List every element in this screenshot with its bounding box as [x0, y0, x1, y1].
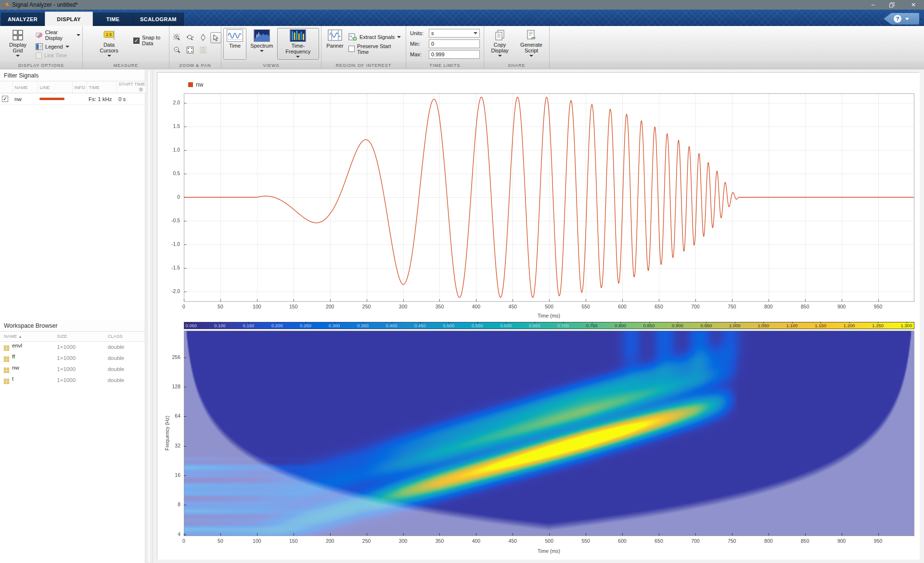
zoom-x-button[interactable]	[184, 32, 195, 43]
ws-col-class[interactable]: CLASS	[104, 332, 145, 341]
legend-button[interactable]: Legend	[36, 43, 80, 50]
units-select[interactable]: s	[429, 29, 480, 38]
signal-analyzer-window: Signal Analyzer - untitled* – ✕ ANALYZER…	[0, 0, 924, 563]
ws-col-size[interactable]: SIZE	[53, 332, 103, 341]
toolbar-group-labels: DISPLAY OPTIONS MEASURE ZOOM & PAN VIEWS…	[0, 62, 924, 69]
workspace-variable-row[interactable]: envl1×1000double	[0, 341, 145, 352]
zoom-x-icon	[186, 34, 194, 41]
preserve-start-time-checkbox-box[interactable]	[348, 46, 355, 52]
time-view-button[interactable]: Time	[223, 28, 246, 60]
sort-ascending-icon: ▲	[18, 335, 22, 338]
signal-line-swatch[interactable]	[39, 98, 64, 100]
time-plot-canvas[interactable]	[157, 73, 920, 319]
group-region-of-interest: Panner Extract Signals Preserve Start Ti…	[321, 26, 406, 62]
data-cursors-label: Data Cursors	[96, 42, 122, 53]
display-grid-button[interactable]: Display Grid	[2, 28, 34, 60]
preserve-start-time-checkbox[interactable]: Preserve Start Time	[348, 43, 404, 55]
gear-icon[interactable]: ⚙	[139, 87, 143, 93]
tab-time[interactable]: TIME	[93, 13, 133, 26]
variable-size: 1×1000	[53, 352, 103, 363]
data-cursors-icon: 2.5	[103, 29, 116, 41]
tab-analyzer[interactable]: ANALYZER	[1, 13, 45, 26]
workspace-variable-row[interactable]: t1×1000double	[0, 374, 145, 385]
units-label: Units:	[410, 30, 426, 36]
fs-col-start-time[interactable]: START TIME⚙	[116, 81, 145, 93]
workspace-variable-row[interactable]: nw1×1000double	[0, 363, 145, 374]
pointer-tool-button[interactable]	[210, 32, 221, 43]
variable-icon	[4, 379, 9, 384]
zoom-out-button[interactable]	[171, 45, 182, 56]
clear-display-icon	[36, 32, 43, 38]
data-cursors-caret-icon	[107, 55, 111, 57]
fs-col-line[interactable]: LINE	[38, 81, 72, 93]
panner-button[interactable]: Panner	[323, 28, 346, 60]
extract-signals-button[interactable]: Extract Signals	[348, 33, 404, 41]
group-views: Time Spectrum	[221, 26, 321, 62]
fs-col-time[interactable]: TIME	[87, 81, 116, 93]
link-time-checkbox-box	[36, 52, 42, 59]
signal-visible-checkbox[interactable]: ✓	[2, 96, 8, 102]
group-display-options: Display Grid Clear Display	[0, 26, 83, 62]
zoom-in-button[interactable]	[171, 32, 182, 43]
generate-script-caret-icon	[529, 55, 533, 57]
display-grid-label: Display Grid	[4, 42, 31, 53]
help-icon: ?	[894, 15, 901, 23]
group-zoom-pan	[169, 26, 221, 62]
fit-to-view-icon	[186, 46, 194, 54]
time-frequency-caret-icon	[296, 56, 300, 58]
max-input[interactable]: 0.999	[429, 50, 480, 59]
copy-display-button[interactable]: Copy Display	[486, 28, 513, 60]
extract-signals-icon	[348, 33, 357, 41]
min-input[interactable]: 0	[429, 39, 480, 48]
fs-col-info[interactable]: INFO	[72, 81, 87, 93]
fs-col-name[interactable]: NAME	[13, 81, 38, 93]
preserve-start-time-label: Preserve Start Time	[357, 43, 404, 55]
legend-label: Legend	[45, 44, 63, 50]
spectrum-view-button[interactable]: Spectrum	[248, 28, 275, 60]
clear-display-button[interactable]: Clear Display	[36, 29, 80, 41]
variable-class: double	[104, 352, 145, 363]
snap-to-data-checkbox[interactable]: ✓ Snap to Data	[133, 35, 167, 46]
fit-to-view-button[interactable]	[184, 45, 195, 56]
signal-time: Fs: 1 kHz	[87, 93, 116, 105]
variable-icon	[4, 357, 9, 362]
group-label-display-options: DISPLAY OPTIONS	[0, 62, 83, 69]
spectrum-caret-icon	[260, 50, 264, 52]
max-label: Max:	[410, 51, 426, 57]
group-label-zoom-pan: ZOOM & PAN	[169, 62, 221, 69]
copy-display-caret-icon	[498, 55, 502, 57]
legend-swatch-nw	[188, 82, 193, 87]
time-frequency-view-button[interactable]: Time-Frequency	[277, 28, 319, 60]
units-caret-icon	[474, 32, 477, 34]
units-value: s	[431, 30, 434, 36]
filter-signal-row[interactable]: ✓nwFs: 1 kHz0 s	[0, 93, 145, 105]
variable-name: t	[12, 376, 13, 382]
close-button[interactable]: ✕	[910, 0, 917, 10]
snap-to-data-checkbox-box[interactable]: ✓	[133, 38, 140, 44]
tab-display[interactable]: DISPLAY	[45, 12, 93, 26]
minimize-button[interactable]: –	[869, 0, 877, 10]
toolstrip-tabs: ANALYZERDISPLAYTIMESCALOGRAM	[1, 13, 184, 26]
zoom-in-icon	[173, 34, 181, 41]
signal-start-time: 0 s	[116, 93, 145, 105]
panel-splitter[interactable]	[145, 70, 153, 563]
group-label-time-limits: TIME LIMITS	[406, 62, 484, 69]
help-button[interactable]: ?	[884, 13, 919, 25]
generate-script-button[interactable]: Generate Script	[515, 28, 547, 60]
ws-col-name[interactable]: NAME▲	[0, 332, 53, 341]
time-view-label: Time	[229, 43, 241, 49]
plot-region: nw	[153, 70, 924, 563]
workspace-variable-row[interactable]: ff1×1000double	[0, 352, 145, 363]
legend-icon	[36, 43, 43, 50]
extract-signals-label: Extract Signals	[359, 34, 395, 40]
data-cursors-button[interactable]: 2.5 Data Cursors	[93, 28, 125, 60]
zoom-y-button[interactable]	[197, 32, 208, 43]
time-frequency-view-icon	[290, 29, 306, 42]
copy-display-icon	[494, 29, 506, 41]
link-time-checkbox: Link Time	[36, 52, 80, 59]
scalogram-canvas[interactable]	[157, 319, 920, 560]
zoom-y-icon	[199, 34, 207, 41]
restore-button[interactable]	[889, 2, 897, 8]
tab-scalogram[interactable]: SCALOGRAM	[133, 13, 184, 26]
display-card: nw	[157, 72, 919, 559]
